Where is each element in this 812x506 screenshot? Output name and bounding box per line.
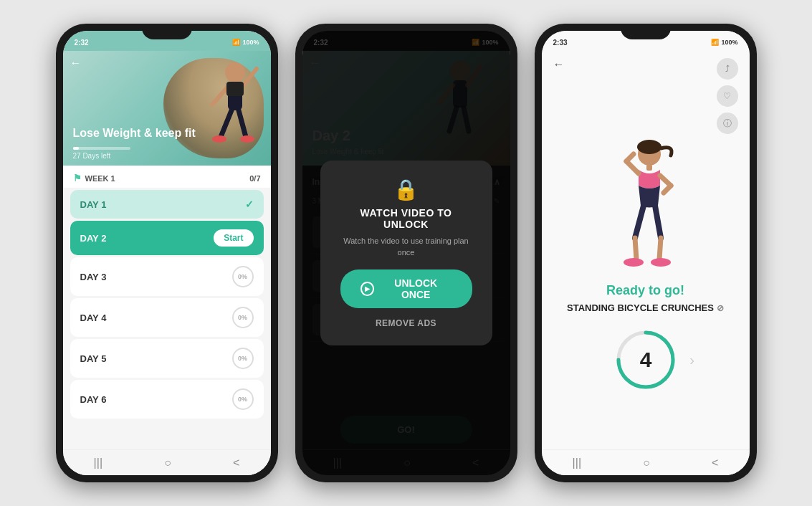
- day-6-label: DAY 6: [80, 394, 107, 405]
- day-1-check: ✓: [245, 199, 254, 210]
- nav-recent-icon[interactable]: |||: [94, 457, 102, 469]
- svg-line-4: [221, 110, 231, 137]
- signal-icon-1: 📶: [232, 39, 240, 46]
- p1-days-left: 27 Days left: [73, 152, 111, 160]
- p1-title: Lose Weight & keep fit: [73, 127, 196, 140]
- svg-point-16: [637, 140, 661, 154]
- svg-point-7: [240, 135, 254, 143]
- info-icon[interactable]: ⓘ: [717, 113, 738, 134]
- day-row-4[interactable]: DAY 4 0%: [70, 298, 264, 337]
- remove-ads-text[interactable]: REMOVE ADS: [340, 318, 472, 328]
- heart-icon[interactable]: ♡: [717, 85, 738, 107]
- p1-week-flag: ⚑ WEEK 1: [73, 173, 115, 183]
- day-5-label: DAY 5: [80, 353, 107, 364]
- day-row-1[interactable]: DAY 1 ✓: [70, 190, 264, 219]
- svg-point-26: [624, 258, 644, 267]
- unlock-label: UNLOCK ONCE: [380, 277, 452, 300]
- day-5-percent: 0%: [232, 348, 254, 369]
- p3-nav-home-icon[interactable]: ○: [643, 457, 650, 469]
- share-icon[interactable]: ⤴: [717, 58, 738, 80]
- phone-3: 2:33 📶 100% ← ⤴ ♡ ⓘ: [535, 24, 757, 482]
- exercise-name-text: STANDING BICYCLE CRUNCHES: [567, 302, 714, 313]
- day-3-label: DAY 3: [80, 272, 107, 282]
- modal-description: Watch the video to use training plan onc…: [340, 236, 472, 258]
- p2-modal-overlay[interactable]: 🔒 WATCH VIDEO TO UNLOCK Watch the video …: [302, 31, 510, 475]
- p1-days-list: DAY 1 ✓ DAY 2 Start DAY 3 0% DAY 4 0% DA…: [63, 188, 271, 449]
- p3-next-chevron[interactable]: ›: [689, 352, 694, 368]
- nav-home-icon[interactable]: ○: [164, 457, 171, 469]
- svg-point-0: [225, 62, 245, 82]
- svg-line-22: [635, 206, 644, 238]
- day-row-6[interactable]: DAY 6 0%: [70, 380, 264, 419]
- day-4-label: DAY 4: [80, 312, 107, 323]
- p1-header: ← Lose Weight & keep fit 27 Days left: [63, 51, 271, 166]
- battery-1: 100%: [242, 39, 259, 46]
- phone-2: 2:32 📶 100% ← Day 2 Lose Weight & keep f…: [295, 24, 517, 482]
- battery-3: 100%: [721, 39, 737, 46]
- week-progress: 0/7: [249, 174, 260, 183]
- day-6-percent: 0%: [232, 388, 254, 410]
- question-icon[interactable]: ⊘: [717, 303, 724, 313]
- day-4-percent: 0%: [232, 307, 254, 328]
- timer-value: 4: [640, 348, 652, 372]
- svg-line-21: [664, 186, 671, 193]
- p1-nav-bar: ||| ○ <: [63, 449, 271, 475]
- svg-line-19: [626, 154, 634, 161]
- unlock-once-button[interactable]: ▶ UNLOCK ONCE: [340, 269, 472, 308]
- p1-figure-svg: [163, 54, 264, 162]
- p3-nav-bar: ||| ○ <: [542, 449, 750, 475]
- play-icon: ▶: [360, 282, 374, 296]
- svg-line-24: [655, 206, 661, 238]
- day-2-start-button[interactable]: Start: [214, 229, 253, 247]
- p1-progress-fill: [73, 147, 79, 150]
- time-3: 2:33: [553, 39, 568, 47]
- day-1-label: DAY 1: [80, 199, 107, 210]
- svg-line-5: [239, 110, 246, 137]
- p3-back-button[interactable]: ←: [553, 58, 565, 71]
- day-row-3[interactable]: DAY 3 0%: [70, 257, 264, 296]
- svg-line-23: [635, 238, 636, 259]
- svg-point-6: [212, 135, 226, 143]
- phone-1: 2:32 📶 100%: [56, 24, 278, 482]
- nav-back-icon[interactable]: <: [233, 457, 239, 469]
- time-1: 2:32: [75, 39, 89, 47]
- p3-timer: 4: [613, 328, 678, 392]
- svg-rect-8: [226, 82, 244, 96]
- day-3-percent: 0%: [232, 266, 254, 287]
- modal-title: WATCH VIDEO TO UNLOCK: [340, 207, 472, 230]
- notch-1: [142, 24, 192, 39]
- status-icons-3: 📶 100%: [711, 39, 737, 46]
- signal-icon-3: 📶: [711, 39, 719, 46]
- flag-icon: ⚑: [73, 173, 82, 183]
- p2-modal: 🔒 WATCH VIDEO TO UNLOCK Watch the video …: [320, 161, 492, 345]
- p3-nav-recent-icon[interactable]: |||: [573, 457, 581, 469]
- lock-icon: 🔒: [340, 178, 472, 201]
- svg-point-27: [651, 258, 671, 267]
- svg-line-2: [212, 87, 228, 105]
- p3-side-icons: ⤴ ♡ ⓘ: [717, 58, 738, 134]
- p3-top-row: ← ⤴ ♡ ⓘ: [553, 58, 738, 134]
- svg-line-18: [626, 161, 639, 173]
- p3-exercise-figure: [592, 134, 699, 277]
- p1-back-button[interactable]: ←: [70, 57, 82, 70]
- status-icons-1: 📶 100%: [232, 39, 259, 46]
- p3-ready-label: Ready to go!: [606, 283, 684, 298]
- day-2-label: DAY 2: [80, 233, 107, 244]
- p3-content: ← ⤴ ♡ ⓘ: [542, 51, 750, 449]
- notch-3: [621, 24, 671, 39]
- week-label: WEEK 1: [85, 174, 115, 183]
- day-row-2[interactable]: DAY 2 Start: [70, 221, 264, 255]
- p3-nav-back-icon[interactable]: <: [712, 457, 718, 469]
- p1-progress-bar: [73, 147, 130, 150]
- p3-timer-container: 4 ›: [596, 328, 694, 392]
- p1-week-header: ⚑ WEEK 1 0/7: [63, 166, 271, 188]
- day-row-5[interactable]: DAY 5 0%: [70, 339, 264, 378]
- p3-exercise-name: STANDING BICYCLE CRUNCHES ⊘: [567, 302, 724, 313]
- svg-rect-17: [646, 165, 652, 171]
- svg-line-25: [659, 238, 661, 259]
